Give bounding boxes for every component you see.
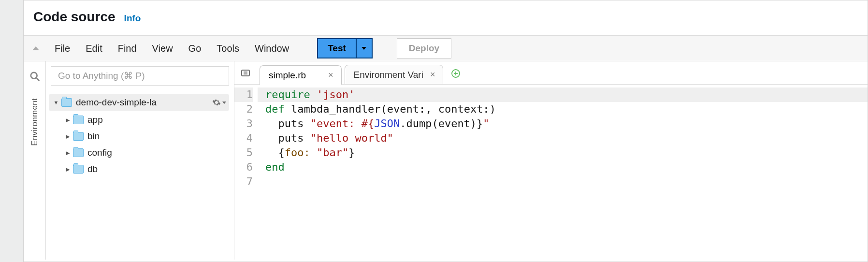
line-number: 5 [234,146,253,160]
tree-item-bin[interactable]: ▶bin [49,128,233,145]
tab-environment-vari[interactable]: Environment Vari× [345,65,444,84]
code-editor[interactable]: 1234567 require 'json'def lambda_handler… [234,85,868,260]
goto-anything-input[interactable] [51,66,229,86]
svg-marker-4 [222,102,226,104]
environment-tab[interactable]: Environment [29,95,41,149]
tree-item-db[interactable]: ▶db [49,161,233,177]
tab-label: simple.rb [269,70,306,81]
tree-root[interactable]: ▼ demo-dev-simple-la [49,94,229,111]
code-content[interactable]: require 'json'def lambda_handler(event:,… [258,85,868,260]
tree-item-label: app [87,115,230,125]
page-title: Code source [33,9,116,25]
code-line[interactable]: end [265,160,868,175]
line-number: 3 [234,116,253,131]
line-number-gutter: 1234567 [234,85,258,260]
menu-tools[interactable]: Tools [217,43,239,54]
svg-marker-1 [362,47,366,50]
caret-down-icon [222,102,226,104]
folder-icon [73,132,84,141]
close-icon[interactable]: × [325,69,336,81]
menubar: FileEditFindViewGoToolsWindow Test Deplo… [24,35,868,61]
code-line[interactable]: puts "event: #{JSON.dump(event)}" [265,116,868,131]
svg-line-3 [36,78,39,81]
code-line[interactable]: {foo: "bar"} [265,146,868,160]
info-link[interactable]: Info [124,13,141,24]
chevron-right-icon[interactable]: ▶ [63,166,72,173]
tree-item-label: db [87,164,230,175]
menu-edit[interactable]: Edit [86,43,102,54]
collapse-panel-icon[interactable] [30,43,41,54]
chevron-right-icon[interactable]: ▶ [63,117,72,123]
panel-header: Code source Info [24,0,868,35]
file-tree-sidebar: ▼ demo-dev-simple-la ▶app▶bin▶config▶db [46,61,234,260]
tab-history-icon[interactable] [238,70,257,84]
svg-point-2 [30,73,37,79]
deploy-button[interactable]: Deploy [397,38,451,58]
search-icon[interactable] [27,68,43,87]
chevron-down-icon[interactable]: ▼ [52,100,60,105]
svg-marker-0 [32,46,39,50]
line-number: 2 [234,102,253,116]
line-number: 1 [234,87,253,102]
tree-item-app[interactable]: ▶app [49,112,233,128]
chevron-right-icon[interactable]: ▶ [63,150,72,156]
line-number: 7 [234,175,253,189]
tree-item-label: bin [87,131,230,142]
tree-item-label: config [87,147,230,158]
code-line[interactable] [265,175,868,189]
add-tab-button[interactable] [451,69,461,80]
svg-rect-5 [242,70,249,76]
tree-item-config[interactable]: ▶config [49,145,233,161]
test-dropdown-button[interactable] [356,38,373,58]
tree-settings-button[interactable] [212,98,226,107]
line-number: 4 [234,131,253,146]
code-line[interactable]: def lambda_handler(event:, context:) [265,102,868,116]
menu-find[interactable]: Find [118,43,137,54]
editor-pane: simple.rb×Environment Vari× 1234567 requ… [234,61,868,260]
tab-label: Environment Vari [354,70,423,80]
test-button[interactable]: Test [317,38,356,58]
code-line[interactable]: puts "hello world" [265,131,868,146]
folder-icon [73,116,84,124]
menu-view[interactable]: View [152,43,173,54]
folder-icon [73,165,84,174]
gear-icon [212,98,221,107]
tabstrip: simple.rb×Environment Vari× [234,61,868,85]
chevron-right-icon[interactable]: ▶ [63,133,72,140]
left-rail: Environment [24,61,46,260]
folder-icon [73,148,84,157]
line-number: 6 [234,160,253,175]
menu-go[interactable]: Go [188,43,202,54]
menu-file[interactable]: File [55,43,70,54]
tree-root-label: demo-dev-simple-la [76,97,208,108]
caret-down-icon [362,47,366,50]
tab-simple-rb[interactable]: simple.rb× [260,65,342,85]
close-icon[interactable]: × [427,69,438,81]
code-line[interactable]: require 'json' [258,87,868,102]
menu-window[interactable]: Window [255,43,289,54]
folder-icon [61,98,72,107]
